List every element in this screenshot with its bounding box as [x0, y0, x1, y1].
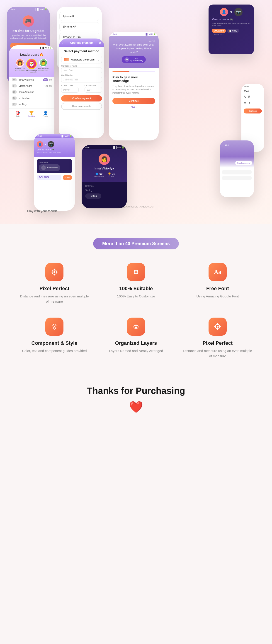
phone-share: 16:40 ▐▐▐ WiFi 🔋 👤 x 📷 Versus mode 🎮 Inv… [34, 134, 75, 211]
expire-cvv-row: Expired Date MM/YY CVV Number 1234 [59, 83, 104, 94]
phone-create: 16:40 Create account [220, 140, 254, 197]
setting-label-top: Hatches [85, 185, 123, 187]
nav-ranking[interactable]: 🏆 Ranking [28, 111, 35, 117]
quiz-category: 📖 10+ Quiz category [122, 56, 146, 63]
copy-chip[interactable]: 📋 Copy [227, 29, 239, 33]
create-field-1[interactable] [222, 170, 251, 174]
layers-icon [132, 322, 140, 331]
cvv-field: CVV Number 1234 [85, 84, 102, 93]
phone-quiz: 16:40 ▐▐▐ WiFi 🔋 01/25 With over 222 mil… [109, 32, 159, 140]
quiz-continue-button[interactable]: Continue [112, 98, 155, 104]
create-bottom [220, 168, 254, 182]
quiz-title: Play to gain your knowledge [112, 76, 155, 83]
nav-profile[interactable]: 👤 Profile [43, 111, 48, 117]
create-account-btn[interactable]: Create account [235, 160, 252, 165]
device-iphone8[interactable]: Iphone 8 [59, 12, 99, 21]
pixel-perfect-icon [50, 268, 59, 276]
thanks-title: Thanks for Purchasing [9, 386, 263, 396]
feature-title-5: Organized Layers [100, 340, 172, 346]
svg-point-15 [217, 326, 218, 328]
watermark: © 早道大师 IAMDK.TAOBAO.COM [119, 205, 153, 208]
feature-pixel-perfect: Pixel Perfect Distance and measure using… [18, 263, 91, 304]
lb-title: Leaderboard🔥 [12, 53, 52, 56]
status-bar-share: 16:40 ▐▐▐ WiFi 🔋 [34, 134, 75, 138]
setting-button[interactable]: Setting [85, 194, 101, 199]
feature-title-3: Free Font [181, 286, 254, 292]
nav-quiz[interactable]: 🎯 Quiz [16, 111, 20, 117]
back-arrow[interactable]: ← [62, 41, 65, 45]
share-header: 👤 x 📷 Versus mode 🎮 Invite and play with… [34, 138, 75, 157]
status-bar-profile: 16:40 ▐▐▐ WiFi 🔋 [82, 145, 127, 149]
thanks-section: Thanks for Purchasing ❤️ [0, 372, 272, 432]
share-desc: Invite and play with your friend... [37, 151, 72, 153]
layers-icon-wrap [127, 318, 145, 336]
component-icon-wrap [45, 318, 64, 336]
create-field-2[interactable] [222, 176, 251, 180]
versus-avatars: 👤 x 📷 [212, 8, 250, 16]
share-label: Share code [39, 161, 70, 163]
lb-player2-name: Phobos Ingit [26, 70, 37, 72]
lb-player1-name: Raman Ooi [15, 68, 25, 70]
share-box: Share code ↗ Share code [37, 159, 72, 173]
coupon-row: DOL8NAI Copy [37, 175, 72, 180]
avatar-player1: 👤 [220, 8, 228, 16]
status-bar-create: 16:40 [222, 143, 251, 146]
profile-top: 👩 Irma Viktoriya 🔷 60 20 diamonds 🏆 21 2… [82, 149, 127, 182]
card-number-input[interactable]: 12345691783I [61, 77, 102, 82]
feature-component: Component & Style Color, text and compon… [18, 318, 91, 358]
payment-method[interactable]: Mastercard Credit Card ⌄ [61, 56, 102, 64]
share-link[interactable]: ↗ Share code [212, 34, 250, 36]
feature-desc-2: 100% Easy to Customize [100, 294, 172, 299]
feature-title-4: Component & Style [18, 340, 91, 346]
feature-desc-4: Color, text and component guides provide… [18, 348, 91, 354]
confirm-payment-button[interactable]: Confirm payment [61, 95, 102, 102]
lb-row-3: 05 Tank Antonius [9, 89, 54, 95]
lb-row-4: 06 ya Yeshua [9, 95, 54, 101]
share-avatar1: 👤 [37, 141, 43, 148]
profile-stats: 🔷 60 20 diamonds 🏆 21 21 won [85, 172, 123, 178]
alpha-hint: What [244, 90, 262, 92]
lb-player2-score: 421 diamonds [26, 72, 37, 74]
card-number-field: Card Number 12345691783I [61, 74, 102, 82]
lb-avatars: 👩 Raman Ooi 421 diamonds 🎅 Phobos Ingit … [12, 59, 52, 74]
share-icon: ↗ [41, 165, 46, 170]
alpha-continue-btn[interactable]: Continue [244, 108, 262, 114]
cvv-input[interactable]: 1234 [85, 87, 102, 93]
phone-payment: ← Upgrade premium ✕ Select payment metho… [59, 38, 104, 138]
pixel-perfect-icon-wrap [45, 263, 64, 281]
svg-point-1 [54, 271, 55, 273]
quiz-skip-button[interactable]: Skip [112, 104, 155, 111]
cardholder-input[interactable]: John Doe [61, 68, 102, 73]
pixel-perfect-2-icon [213, 322, 222, 331]
lb-row-5: 07 tar Noy [9, 101, 54, 107]
versus-desc: Invite and play with your friend then yo… [212, 22, 250, 27]
share-btn[interactable]: ↗ Share code [39, 164, 60, 171]
lb-row-1: 60 Irma Viktoriya Me 60 [9, 77, 54, 83]
won-stat: 🏆 21 21 won [108, 172, 115, 178]
features-badge-container: More than 40 Premium Screens [18, 238, 254, 250]
quiz-top: 01/25 With over 222 million units sold, … [109, 36, 159, 68]
copy-btn[interactable]: Copy [63, 175, 72, 180]
create-top: 16:40 Create account [220, 140, 254, 168]
cardholder-field: Cardholder Name John Doe [61, 65, 102, 73]
versus-x: x [230, 10, 232, 14]
feature-pixel-perfect-2: Pixel Perfect Distance and measure using… [181, 318, 254, 358]
upgrade-title: It's time for Upgrade! [10, 29, 47, 32]
editable-icon [132, 268, 140, 276]
lb-avatar-2: 🎅 [26, 59, 37, 69]
diamonds-stat: 🔷 60 20 diamonds [94, 172, 104, 178]
quiz-question: With over 222 million units sold, what i… [112, 43, 155, 54]
close-button[interactable]: ✕ [99, 41, 102, 45]
feature-layers: Organized Layers Layers Named and Neatly… [100, 318, 172, 358]
dropdown-chevron[interactable]: ⌄ [97, 58, 100, 61]
alpha-content: What A BM O Continue [241, 88, 264, 116]
phone-profile: 16:40 ▐▐▐ WiFi 🔋 👩 Irma Viktoriya 🔷 60 2… [82, 145, 127, 208]
profile-name: Irma Viktoriya [85, 167, 123, 170]
lb-avatar-3: 👨 [39, 59, 47, 67]
device-iphoneXR[interactable]: IPhone XR [59, 22, 99, 31]
lb-avatar-1: 👩 [16, 59, 24, 67]
play-friends-text: Play with your friends [27, 209, 57, 213]
expire-input[interactable]: MM/YY [61, 87, 79, 93]
coupon-button[interactable]: Have coupon code [61, 103, 102, 110]
editable-icon-wrap [127, 263, 145, 281]
